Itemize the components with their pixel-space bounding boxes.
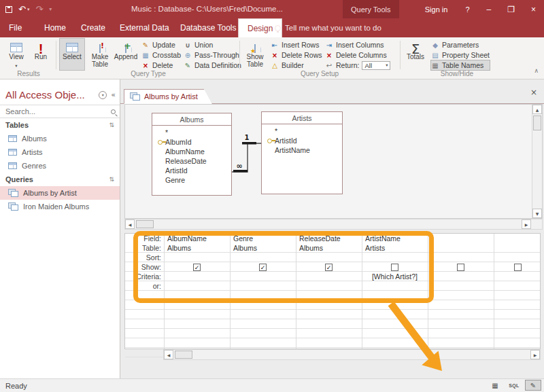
- field-row[interactable]: ArtistId: [158, 166, 227, 175]
- grid-table-cell[interactable]: Albums: [165, 243, 229, 253]
- data-definition-button[interactable]: ✎Data Definition: [184, 60, 241, 70]
- delete-columns-icon: ×: [325, 52, 333, 59]
- scroll-up-icon[interactable]: ▲: [532, 105, 542, 114]
- insert-rows-button[interactable]: ⇤Insert Rows: [271, 40, 322, 50]
- save-icon[interactable]: [5, 6, 12, 13]
- field-row[interactable]: ArtistName: [267, 145, 338, 155]
- property-sheet-button[interactable]: ▤Property Sheet: [431, 50, 490, 60]
- append-button[interactable]: + Append: [114, 39, 137, 70]
- return-select[interactable]: All ▾: [362, 61, 390, 70]
- tab-external-data[interactable]: External Data: [111, 18, 178, 37]
- scroll-down-icon[interactable]: ▼: [532, 209, 542, 218]
- grid-field-cell[interactable]: ReleaseDate: [296, 234, 361, 243]
- nav-search-box[interactable]: [0, 105, 120, 118]
- join-one-label: 1: [245, 134, 250, 141]
- qat-customize-icon[interactable]: ▾: [49, 6, 52, 12]
- query-design-grid[interactable]: Field: Table: Sort: Show: Criteria: or: …: [124, 233, 541, 349]
- make-table-button[interactable]: ! Make Table: [87, 39, 113, 70]
- sign-in-button[interactable]: Sign in: [416, 0, 457, 18]
- property-sheet-icon: ▤: [431, 52, 439, 59]
- show-checkbox[interactable]: [325, 264, 333, 271]
- nav-item-genres[interactable]: Genres: [0, 159, 120, 173]
- field-row[interactable]: *: [267, 126, 338, 136]
- tab-database-tools[interactable]: Database Tools: [171, 18, 245, 37]
- diagram-vertical-scrollbar[interactable]: ▲ ▼: [532, 105, 542, 218]
- return-icon: ↩: [325, 62, 333, 69]
- tab-create[interactable]: Create: [72, 18, 114, 37]
- union-button[interactable]: ∪Union: [184, 40, 241, 50]
- totals-button[interactable]: Σ Totals: [404, 39, 427, 70]
- nav-item-albums-by-artist[interactable]: Albums by Artist: [0, 186, 120, 200]
- minimize-button[interactable]: –: [479, 0, 500, 18]
- show-checkbox[interactable]: [259, 264, 267, 271]
- redo-icon[interactable]: ↷: [35, 4, 43, 14]
- grid-table-cell[interactable]: Artists: [362, 243, 427, 253]
- field-list-artists[interactable]: Artists * ArtistId ArtistName: [261, 111, 343, 194]
- field-row[interactable]: AlbumId: [158, 137, 227, 147]
- scroll-left-icon[interactable]: ◀: [125, 219, 135, 229]
- search-icon: [111, 109, 116, 114]
- datasheet-view-button[interactable]: ▦: [487, 380, 503, 391]
- nav-item-artists[interactable]: Artists: [0, 145, 120, 159]
- tables-section-header[interactable]: Tables ⇅: [0, 118, 120, 132]
- nav-item-iron-maiden-albums[interactable]: Iron Maiden Albums: [0, 200, 120, 213]
- parameters-button[interactable]: ◆Parameters: [431, 40, 490, 50]
- tab-home[interactable]: Home: [35, 18, 75, 37]
- field-list-albums[interactable]: Albums * AlbumId AlbumName ReleaseDate A…: [152, 113, 232, 196]
- union-icon: ∪: [184, 41, 192, 49]
- show-table-button[interactable]: ★ Show Table: [242, 39, 268, 70]
- grid-field-cell[interactable]: Genre: [231, 234, 295, 243]
- field-row[interactable]: ReleaseDate: [158, 156, 227, 166]
- field-row[interactable]: Genre: [158, 175, 227, 185]
- search-input[interactable]: [5, 107, 108, 115]
- delete-button[interactable]: ×Delete: [141, 60, 181, 70]
- tell-me-box[interactable]: Tell me what you want to do: [275, 18, 381, 37]
- grid-horizontal-scrollbar[interactable]: ◀ ▶: [163, 349, 541, 360]
- nav-menu-icon[interactable]: ▾: [99, 91, 107, 99]
- totals-icon: Σ: [411, 46, 420, 53]
- collapse-ribbon-icon[interactable]: ∧: [534, 67, 539, 74]
- grid-field-cell[interactable]: AlbumName: [165, 234, 229, 243]
- queries-section-header[interactable]: Queries ⇅: [0, 173, 120, 186]
- grid-table-cell[interactable]: Albums: [231, 243, 295, 253]
- update-button[interactable]: ✎Update: [141, 40, 181, 50]
- delete-rows-button[interactable]: ×Delete Rows: [271, 50, 322, 60]
- design-view-button[interactable]: ✎: [525, 380, 541, 391]
- help-button[interactable]: ?: [456, 0, 478, 18]
- shutter-bar-icon[interactable]: «: [111, 90, 116, 99]
- show-checkbox[interactable]: [193, 264, 201, 271]
- scroll-right-icon[interactable]: ▶: [530, 350, 540, 359]
- builder-icon: △: [271, 62, 279, 69]
- field-row[interactable]: AlbumName: [158, 147, 227, 156]
- sql-view-button[interactable]: SQL: [506, 380, 522, 391]
- document-tab-albums-by-artist[interactable]: Albums by Artist: [124, 89, 212, 104]
- grid-table-cell[interactable]: Albums: [296, 243, 361, 253]
- show-checkbox[interactable]: [514, 264, 522, 271]
- show-checkbox[interactable]: [457, 264, 464, 271]
- crosstab-button[interactable]: ▦Crosstab: [141, 50, 181, 60]
- restore-button[interactable]: ❐: [499, 0, 523, 18]
- undo-button[interactable]: ↶ ▾: [18, 5, 29, 14]
- insert-columns-button[interactable]: ⇥Insert Columns: [325, 40, 390, 50]
- grid-field-cell[interactable]: ArtistName: [362, 234, 427, 243]
- criteria-cell[interactable]: [Which Artist?]: [362, 272, 427, 281]
- pass-through-button[interactable]: ⊕Pass-Through: [184, 50, 241, 60]
- run-button[interactable]: ! Run: [31, 39, 50, 70]
- scroll-left-icon[interactable]: ◀: [164, 350, 173, 359]
- view-button[interactable]: View ▾: [5, 39, 27, 70]
- nav-item-albums[interactable]: Albums: [0, 132, 120, 145]
- tab-file[interactable]: File: [0, 18, 31, 37]
- diagram-horizontal-scrollbar[interactable]: ◀ ▶: [124, 219, 543, 230]
- grid-row-label-sort: Sort:: [125, 253, 161, 262]
- field-row[interactable]: ArtistId: [267, 136, 338, 145]
- status-bar: Ready ▦ SQL ✎: [0, 378, 544, 392]
- scroll-right-icon[interactable]: ▶: [522, 219, 531, 229]
- table-names-button[interactable]: ▦Table Names: [431, 60, 490, 70]
- close-button[interactable]: ×: [523, 0, 544, 18]
- delete-columns-button[interactable]: ×Delete Columns: [325, 50, 390, 60]
- builder-button[interactable]: △Builder: [271, 60, 322, 70]
- field-row[interactable]: *: [158, 128, 227, 137]
- select-query-button[interactable]: Select: [60, 39, 84, 70]
- show-checkbox[interactable]: [391, 264, 398, 271]
- close-document-icon[interactable]: ×: [530, 88, 537, 97]
